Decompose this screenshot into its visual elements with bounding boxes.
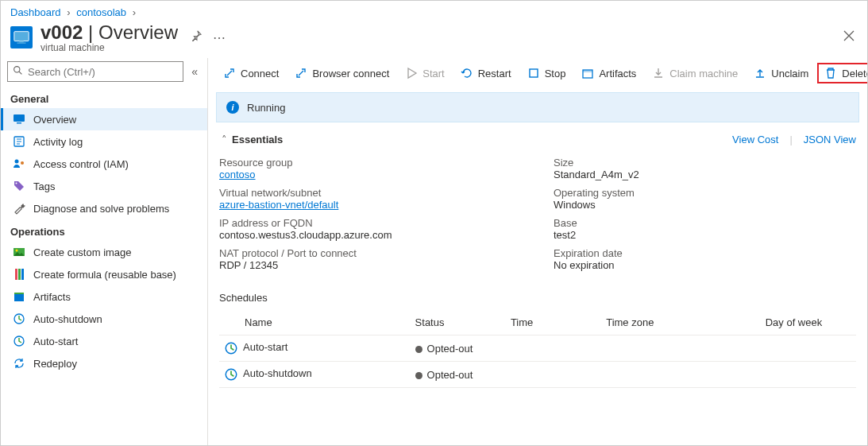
sidebar-item-label: Create formula (reusable base) <box>33 269 176 281</box>
svg-point-15 <box>16 250 18 252</box>
browser-connect-button[interactable]: Browser connect <box>287 63 396 83</box>
vm-icon <box>10 26 33 48</box>
restart-icon <box>461 67 473 80</box>
sidebar-group-operations: Operations <box>1 219 207 241</box>
svg-point-11 <box>15 160 19 164</box>
ess-expiration: Expiration date No expiration <box>554 247 856 271</box>
sidebar-item-diagnose[interactable]: Diagnose and solve problems <box>1 197 207 219</box>
svg-point-3 <box>14 67 20 72</box>
sidebar-item-create-custom-image[interactable]: Create custom image <box>1 241 207 263</box>
sidebar-item-access-control[interactable]: Access control (IAM) <box>1 153 207 175</box>
tag-icon <box>13 180 25 192</box>
connect-icon <box>295 67 307 80</box>
image-icon <box>13 246 25 258</box>
table-row[interactable]: Auto-shutdown Opted-out <box>219 362 856 388</box>
chevron-up-icon: ˄ <box>219 134 229 145</box>
json-view-link[interactable]: JSON View <box>804 134 856 145</box>
col-name: Name <box>245 316 272 328</box>
close-icon[interactable] <box>840 27 858 48</box>
iam-icon <box>13 157 25 170</box>
breadcrumb-dashboard[interactable]: Dashboard <box>10 6 61 18</box>
svg-point-13 <box>16 183 17 184</box>
breadcrumb-parent[interactable]: contosolab <box>76 6 126 18</box>
ess-vnet: Virtual network/subnet azure-bastion-vne… <box>219 187 522 211</box>
svg-rect-1 <box>19 41 24 43</box>
clock-icon <box>224 367 238 382</box>
sidebar-item-label: Tags <box>33 180 55 192</box>
sidebar-item-activity-log[interactable]: Activity log <box>1 130 207 153</box>
svg-rect-20 <box>14 293 24 294</box>
sidebar: « General Overview Activity log Access c… <box>1 58 207 445</box>
wrench-icon <box>13 202 25 215</box>
resource-group-link[interactable]: contoso <box>219 169 256 180</box>
ess-resource-group: Resource group contoso <box>219 157 522 180</box>
essentials-grid: Resource group contoso Size Standard_A4m… <box>219 152 856 284</box>
essentials-header[interactable]: ˄ Essentials View Cost | JSON View <box>219 130 856 152</box>
breadcrumb: Dashboard › contosolab › <box>1 1 867 18</box>
play-icon <box>405 67 418 80</box>
col-time: Time <box>506 310 601 335</box>
ess-nat: NAT protocol / Port to connect RDP / 123… <box>219 247 522 271</box>
vnet-link[interactable]: azure-bastion-vnet/default <box>219 199 338 211</box>
unclaim-button[interactable]: Unclaim <box>746 63 816 83</box>
ess-size: Size Standard_A4m_v2 <box>554 157 856 180</box>
svg-rect-6 <box>17 122 21 124</box>
col-status: Status <box>411 310 506 335</box>
schedules-title: Schedules <box>219 284 856 304</box>
status-text: Running <box>247 102 285 114</box>
svg-rect-25 <box>583 70 592 72</box>
sidebar-item-auto-start[interactable]: Auto-start <box>1 330 207 352</box>
sidebar-item-label: Access control (IAM) <box>33 158 129 170</box>
log-icon <box>13 135 25 148</box>
svg-rect-2 <box>17 42 26 43</box>
ess-ip: IP address or FQDN contoso.westus3.cloud… <box>219 217 522 241</box>
artifacts-icon <box>13 290 25 303</box>
status-bar: i Running <box>216 92 859 122</box>
connect-icon <box>223 67 236 80</box>
resource-type: virtual machine <box>41 42 178 53</box>
svg-rect-16 <box>15 269 17 280</box>
delete-button[interactable]: Delete <box>817 63 867 83</box>
pin-icon[interactable] <box>191 30 202 45</box>
clock-icon <box>224 341 238 355</box>
more-icon[interactable]: ⋯ <box>213 30 227 45</box>
search-input-wrap[interactable] <box>7 61 183 82</box>
sidebar-item-label: Auto-start <box>33 335 78 347</box>
ess-base: Base test2 <box>554 217 856 241</box>
svg-rect-5 <box>14 114 25 122</box>
main-content: Connect Browser connect Start Restart St… <box>207 58 867 445</box>
stop-button[interactable]: Stop <box>520 63 573 83</box>
collapse-sidebar-icon[interactable]: « <box>188 62 201 81</box>
sidebar-item-label: Redeploy <box>33 358 77 370</box>
redeploy-icon <box>13 357 25 370</box>
svg-rect-18 <box>21 269 24 280</box>
sidebar-item-label: Overview <box>33 114 76 126</box>
artifacts-icon <box>581 67 594 80</box>
sidebar-item-create-formula[interactable]: Create formula (reusable base) <box>1 263 207 285</box>
col-zone: Time zone <box>601 310 761 335</box>
svg-rect-23 <box>530 69 538 77</box>
sidebar-item-auto-shutdown[interactable]: Auto-shutdown <box>1 308 207 330</box>
restart-button[interactable]: Restart <box>453 63 519 83</box>
sidebar-item-redeploy[interactable]: Redeploy <box>1 352 207 374</box>
claim-button: Claim machine <box>645 63 745 83</box>
sidebar-item-overview[interactable]: Overview <box>1 108 207 130</box>
search-input[interactable] <box>28 66 178 78</box>
sidebar-group-general: General <box>1 87 207 108</box>
svg-rect-17 <box>18 269 21 280</box>
schedules-table: Name Status Time Time zone Day of week A… <box>219 310 856 388</box>
search-icon <box>13 65 23 78</box>
table-row[interactable]: Auto-start Opted-out <box>219 335 856 362</box>
sidebar-item-label: Activity log <box>33 136 83 148</box>
sidebar-item-tags[interactable]: Tags <box>1 175 207 197</box>
breadcrumb-sep: › <box>133 6 136 18</box>
connect-button[interactable]: Connect <box>216 63 286 83</box>
artifacts-button[interactable]: Artifacts <box>574 63 643 83</box>
clock-icon <box>13 335 25 347</box>
download-icon <box>652 67 665 80</box>
status-dot-icon <box>415 346 422 353</box>
svg-rect-0 <box>14 32 29 41</box>
sidebar-item-label: Diagnose and solve problems <box>33 203 169 215</box>
view-cost-link[interactable]: View Cost <box>732 134 778 145</box>
sidebar-item-artifacts[interactable]: Artifacts <box>1 285 207 308</box>
